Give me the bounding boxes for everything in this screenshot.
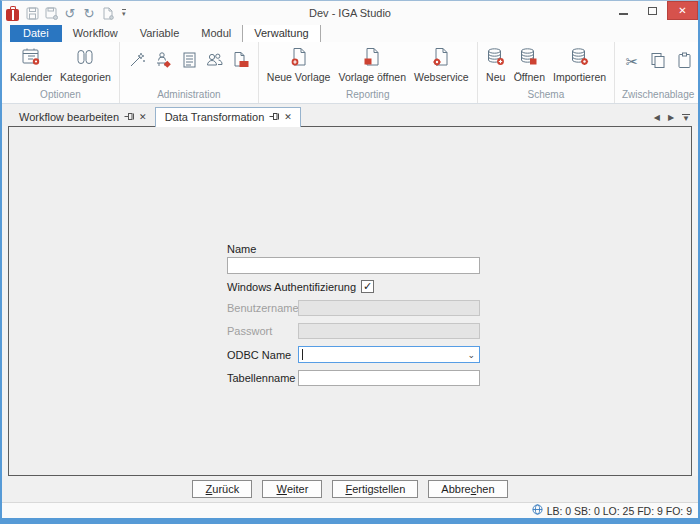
save-as-icon[interactable]	[44, 6, 58, 20]
window-controls: ✕	[609, 1, 698, 25]
chevron-down-icon[interactable]: ⌄	[467, 350, 475, 360]
group-label-schema: Schema	[482, 87, 610, 103]
scroll-right-icon[interactable]: ▶	[668, 113, 674, 122]
fertigstellen-button[interactable]: Fertigstellen	[332, 480, 418, 498]
assign-user-icon	[154, 51, 172, 71]
tab-close-icon[interactable]: ✕	[139, 113, 147, 122]
windows-auth-checkbox[interactable]	[361, 280, 374, 293]
vorlage-oeffnen-button[interactable]: Vorlage öffnen	[334, 45, 410, 85]
tab-variable[interactable]: Variable	[129, 25, 191, 42]
kalender-button[interactable]: Kalender	[6, 45, 56, 85]
wizard-button[interactable]	[124, 48, 150, 74]
kategorien-label: Kategorien	[60, 71, 111, 83]
doc-tab-label: Data Transformation	[165, 111, 265, 123]
close-button[interactable]: ✕	[667, 1, 698, 20]
tab-verwaltung[interactable]: Verwaltung	[242, 24, 320, 42]
name-label: Name	[227, 243, 480, 257]
tab-datei[interactable]: Datei	[10, 25, 62, 42]
wizard-wand-icon	[128, 51, 146, 71]
odbc-name-label: ODBC Name	[227, 349, 298, 361]
group-zwischenablage: ✂ Zwischenablage	[614, 42, 700, 103]
schema-neu-label: Neu	[486, 71, 505, 83]
kalender-label: Kalender	[10, 71, 52, 83]
minimize-button[interactable]	[609, 1, 638, 20]
status-counters: LB: 0 SB: 0 LO: 25 FD: 9 FO: 9	[547, 505, 692, 517]
users-button[interactable]	[202, 48, 228, 74]
copy-button[interactable]	[645, 48, 671, 74]
tab-modul[interactable]: Modul	[190, 25, 242, 42]
tabellenname-label: Tabellenname	[227, 372, 298, 384]
export-document-icon	[231, 51, 250, 71]
save-icon[interactable]	[25, 6, 39, 20]
redo-icon[interactable]: ↻	[82, 6, 96, 20]
cut-button[interactable]: ✂	[619, 48, 645, 74]
weiter-button[interactable]: Weiter	[262, 480, 322, 498]
webservice-icon	[431, 47, 451, 69]
ribbon-tab-bar: Datei Workflow Variable Modul Verwaltung	[2, 25, 698, 42]
new-template-icon	[289, 47, 309, 69]
pin-icon[interactable]	[124, 111, 134, 123]
schema-importieren-button[interactable]: Importieren	[549, 45, 610, 85]
passwort-input	[298, 323, 480, 339]
undo-icon[interactable]: ↺	[63, 6, 77, 20]
title-bar: ↺ ↻ ▾ Dev - IGA Studio ✕	[2, 1, 698, 25]
neue-vorlage-button[interactable]: Neue Vorlage	[263, 45, 335, 85]
group-label-reporting: Reporting	[263, 87, 473, 103]
group-administration: Administration	[119, 42, 258, 103]
status-bar: LB: 0 SB: 0 LO: 25 FD: 9 FO: 9	[2, 502, 698, 518]
zurueck-button[interactable]: Zurück	[192, 480, 252, 498]
paste-icon	[677, 52, 692, 71]
vorlage-oeffnen-label: Vorlage öffnen	[338, 71, 406, 83]
doc-tab-data-transformation[interactable]: Data Transformation ✕	[155, 107, 301, 127]
scroll-left-icon[interactable]: ◀	[654, 113, 660, 122]
group-label-optionen: Optionen	[6, 87, 115, 103]
benutzername-input	[298, 300, 480, 316]
maximize-button[interactable]	[638, 1, 667, 20]
calendar-icon	[21, 47, 41, 69]
group-label-zwischenablage: Zwischenablage	[619, 87, 697, 103]
abbrechen-button[interactable]: Abbrechen	[428, 480, 507, 498]
pin-icon[interactable]	[269, 111, 279, 123]
tab-close-icon[interactable]: ✕	[284, 113, 292, 122]
content-panel: Name Windows Authentifizierung Benutzern…	[8, 126, 692, 476]
users-icon	[205, 51, 224, 71]
name-input[interactable]	[227, 257, 480, 274]
odbc-name-combobox[interactable]: ⌄	[298, 346, 480, 363]
app-icon	[6, 6, 19, 21]
group-label-administration: Administration	[124, 87, 254, 103]
database-open-icon	[519, 47, 539, 69]
connection-form: Name Windows Authentifizierung Benutzern…	[227, 243, 480, 386]
neue-vorlage-label: Neue Vorlage	[267, 71, 331, 83]
group-optionen: Kalender Kategorien Optionen	[2, 42, 119, 103]
webservice-button[interactable]: Webservice	[410, 45, 473, 85]
schema-oeffnen-button[interactable]: Öffnen	[510, 45, 549, 85]
tab-workflow[interactable]: Workflow	[62, 25, 129, 42]
assign-user-button[interactable]	[150, 48, 176, 74]
database-import-icon	[570, 47, 590, 69]
tab-strip-nav: ◀ ▶ ▼	[654, 113, 690, 126]
database-new-icon	[486, 47, 506, 69]
open-template-icon	[362, 47, 382, 69]
ribbon: Kalender Kategorien Optionen	[2, 42, 698, 104]
copy-icon	[650, 52, 666, 71]
qat-customize-dropdown-icon[interactable]: ▾	[122, 9, 126, 17]
windows-auth-label: Windows Authentifizierung	[227, 281, 356, 293]
benutzername-label: Benutzername	[227, 302, 298, 314]
new-document-icon[interactable]	[101, 6, 115, 20]
app-window: ↺ ↻ ▾ Dev - IGA Studio ✕ Datei Workflow …	[0, 0, 700, 524]
schema-importieren-label: Importieren	[553, 71, 606, 83]
tab-list-dropdown-icon[interactable]: ▼	[682, 114, 690, 122]
export-document-button[interactable]	[228, 48, 254, 74]
schema-neu-button[interactable]: Neu	[482, 45, 510, 85]
doc-tab-workflow-bearbeiten[interactable]: Workflow bearbeiten ✕	[10, 108, 155, 126]
categories-icon	[75, 47, 95, 69]
paste-button[interactable]	[671, 48, 697, 74]
kategorien-button[interactable]: Kategorien	[56, 45, 115, 85]
tabellenname-input[interactable]	[298, 370, 480, 386]
report-list-icon	[180, 51, 198, 71]
window-bottom-border	[2, 518, 698, 524]
webservice-label: Webservice	[414, 71, 469, 83]
passwort-label: Passwort	[227, 325, 298, 337]
report-list-button[interactable]	[176, 48, 202, 74]
globe-icon	[532, 504, 543, 517]
